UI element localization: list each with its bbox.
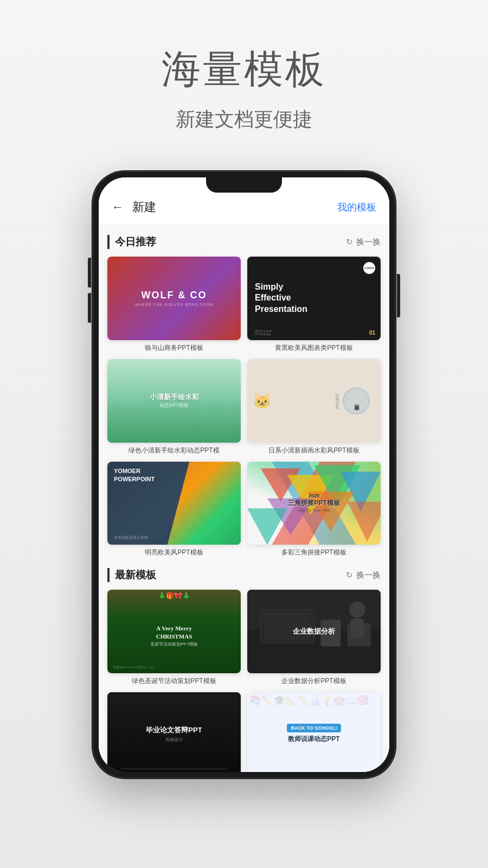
template-label-triangle: 多彩三角拼接PPT模板 (247, 548, 381, 557)
wolf-inner: WOLF & CO WHERE THE WOLVES BORN FROM (107, 257, 241, 340)
power-button (397, 274, 400, 317)
watercolor-subtitle: 动态PPT模板 (159, 402, 189, 409)
section-title-today: 今日推荐 (107, 235, 156, 249)
section-header-today: 今日推荐 ↻ 换一换 (107, 235, 381, 249)
thesis-line (121, 769, 228, 769)
template-thumb-yomoer: YOMOERPOWERPOINT 点击此处添加人和部 (107, 462, 241, 545)
template-item-teacher[interactable]: 📚✏️🎓📐📏🔬💡🏫📖🎯 BACK TO SCHOOL! 教师说课动态PPT 教学… (247, 692, 381, 772)
template-label-watercolor: 绿色小清新手绘水彩动态PPT模 (107, 446, 241, 455)
back-icon[interactable]: ← (112, 200, 124, 214)
refresh-icon-latest: ↻ (346, 570, 353, 580)
watercolor-title: 小清新手绘水彩 (150, 392, 199, 402)
phone-wrapper: ← 新建 我的模板 今日推荐 ↻ 换一换 (92, 171, 396, 778)
simply-bottom: 提供者 yomoer PPT好看素材 (255, 329, 273, 336)
phone-notch (206, 177, 282, 193)
template-thumb-thesis: 毕业论文答辩PPT 风格设计 (107, 692, 241, 772)
my-templates-link[interactable]: 我的模板 (337, 201, 376, 214)
topbar-left: ← 新建 (112, 199, 156, 215)
simply-title: SimplyEffectivePresentation (255, 282, 307, 315)
svg-point-13 (349, 602, 365, 618)
section-header-latest: 最新模板 ↻ 换一换 (107, 568, 381, 582)
wolf-title: WOLF & CO (142, 290, 207, 301)
app-content: 今日推荐 ↻ 换一换 WOLF & CO (99, 224, 389, 772)
teacher-title: 教师说课动态PPT (287, 735, 342, 744)
app-screen: ← 新建 我的模板 今日推荐 ↻ 换一换 (99, 177, 389, 772)
template-item-wolf[interactable]: WOLF & CO WHERE THE WOLVES BORN FROM 狼与山… (107, 257, 241, 353)
refresh-today[interactable]: ↻ 换一换 (346, 237, 381, 247)
template-thumb-triangle: 2020 三角拼接PPT模板 Add To Your Title (247, 462, 381, 545)
japan-deco: 🐱 (253, 392, 272, 410)
yomoer-title: YOMOERPOWERPOINT (114, 467, 155, 484)
japan-text: JAPAN (335, 393, 340, 408)
enterprise-title: 企业数据分析 (293, 627, 335, 636)
volume-button-2 (88, 293, 91, 323)
phone-screen-outer: ← 新建 我的模板 今日推荐 ↻ 换一换 (99, 177, 389, 772)
template-thumb-wolf: WOLF & CO WHERE THE WOLVES BORN FROM (107, 257, 241, 340)
page-title: 海量模板 (162, 43, 326, 95)
section-today: 今日推荐 ↻ 换一换 WOLF & CO (107, 235, 381, 557)
template-item-japan[interactable]: 日本 JAPAN 🐱 日系小清新插画水彩风PPT模板 (247, 359, 381, 455)
japan-chars: 日本 (352, 400, 360, 402)
section-title-latest: 最新模板 (107, 568, 156, 582)
svg-marker-7 (348, 501, 381, 541)
section-latest: 最新模板 ↻ 换一换 (107, 568, 381, 772)
simply-logo: LOGO (363, 262, 375, 274)
christmas-date: 主题:2017-12-5 主演:X人 X人 (113, 665, 155, 670)
template-label-yomoer: 明亮欧美风PPT模板 (107, 548, 241, 557)
refresh-icon-today: ↻ (346, 237, 353, 247)
template-grid-latest: 🎄🎁🎀🎄 A Very MerryCHRISTMAS 圣诞节活动策划PPT模板 … (107, 590, 381, 772)
christmas-title-text: A Very MerryCHRISTMAS (156, 624, 192, 640)
template-grid-today: WOLF & CO WHERE THE WOLVES BORN FROM 狼与山… (107, 257, 381, 557)
teacher-content: BACK TO SCHOOL! 教师说课动态PPT (287, 724, 342, 744)
yomoer-diamonds (168, 462, 241, 545)
template-thumb-watercolor: 小清新手绘水彩 动态PPT模板 (107, 359, 241, 443)
wolf-subtitle: WHERE THE WOLVES BORN FROM (135, 303, 213, 307)
page-subtitle: 新建文档更便捷 (162, 106, 326, 133)
thesis-title: 毕业论文答辩PPT (146, 725, 202, 735)
template-item-simply[interactable]: SimplyEffectivePresentation LOGO 提供者 yom… (247, 257, 381, 353)
template-label-christmas: 绿色圣诞节活动策划PPT模板 (107, 676, 241, 686)
template-item-enterprise[interactable]: 企业数据分析 企业数据分析PPT模板 (247, 590, 381, 686)
template-item-yomoer[interactable]: YOMOERPOWERPOINT 点击此处添加人和部 明亮欧美风PPT模板 (107, 462, 241, 558)
triangle-title: 2020 (288, 493, 339, 499)
template-label-enterprise: 企业数据分析PPT模板 (247, 676, 381, 686)
triangle-main: 三角拼接PPT模板 (288, 499, 339, 508)
page-header: 海量模板 新建文档更便捷 (162, 43, 326, 133)
template-thumb-japan: 日本 JAPAN 🐱 (247, 359, 381, 443)
template-label-wolf: 狼与山商务PPT模板 (107, 343, 241, 353)
template-thumb-enterprise: 企业数据分析 (247, 590, 381, 673)
template-item-triangle[interactable]: 2020 三角拼接PPT模板 Add To Your Title 多彩三角拼接P… (247, 462, 381, 558)
thesis-subtitle: 风格设计 (165, 737, 183, 743)
topbar-title: 新建 (132, 199, 156, 215)
triangle-content: 2020 三角拼接PPT模板 Add To Your Title (288, 493, 339, 513)
volume-button-1 (88, 258, 91, 288)
yomoer-subtitle: 点击此处添加人和部 (114, 535, 148, 540)
template-label-japan: 日系小清新插画水彩风PPT模板 (247, 446, 381, 455)
svg-rect-14 (351, 618, 364, 639)
simply-num: 01 (369, 330, 375, 336)
template-label-simply: 黄黑欧美风图表类PPT模板 (247, 343, 381, 353)
refresh-latest[interactable]: ↻ 换一换 (346, 570, 381, 580)
template-thumb-teacher: 📚✏️🎓📐📏🔬💡🏫📖🎯 BACK TO SCHOOL! 教师说课动态PPT (247, 692, 381, 772)
template-thumb-simply: SimplyEffectivePresentation LOGO 提供者 yom… (247, 257, 381, 340)
template-thumb-christmas: 🎄🎁🎀🎄 A Very MerryCHRISTMAS 圣诞节活动策划PPT模板 … (107, 590, 241, 673)
christmas-decorations: 🎄🎁🎀🎄 (107, 592, 241, 599)
refresh-label-today: 换一换 (356, 237, 381, 247)
template-item-watercolor[interactable]: 小清新手绘水彩 动态PPT模板 绿色小清新手绘水彩动态PPT模 (107, 359, 241, 455)
svg-marker-6 (247, 508, 287, 545)
triangle-sub: Add To Your Title (288, 508, 339, 513)
phone-frame: ← 新建 我的模板 今日推荐 ↻ 换一换 (92, 171, 396, 778)
template-item-christmas[interactable]: 🎄🎁🎀🎄 A Very MerryCHRISTMAS 圣诞节活动策划PPT模板 … (107, 590, 241, 686)
japan-circle: 日本 (343, 387, 370, 414)
refresh-label-latest: 换一换 (356, 570, 381, 580)
christmas-subtitle-text: 圣诞节活动策划PPT模板 (150, 641, 198, 647)
template-item-thesis[interactable]: 毕业论文答辩PPT 风格设计 黑板风格工业设计毕业论文答 (107, 692, 241, 772)
teacher-badge-back: BACK TO SCHOOL! (287, 724, 342, 732)
